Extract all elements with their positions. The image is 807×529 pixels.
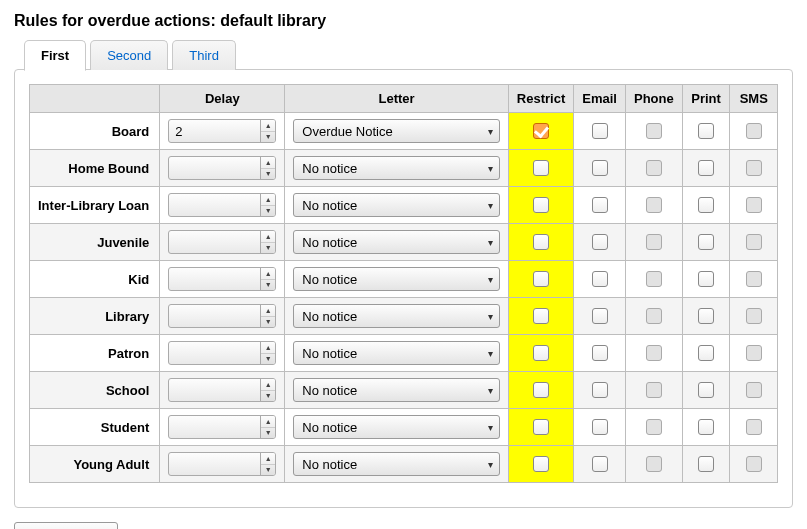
print-checkbox[interactable] [698,197,714,213]
delay-spinner[interactable]: ▲▼ [168,304,276,328]
delay-input[interactable] [169,268,260,290]
print-checkbox[interactable] [698,382,714,398]
letter-select[interactable]: Overdue Notice▾ [293,119,500,143]
letter-select[interactable]: No notice▾ [293,415,500,439]
restrict-checkbox[interactable] [533,308,549,324]
restrict-checkbox[interactable] [533,345,549,361]
spinner-down-icon[interactable]: ▼ [261,391,275,402]
spinner-down-icon[interactable]: ▼ [261,354,275,365]
delay-input[interactable] [169,120,260,142]
spinner-up-icon[interactable]: ▲ [261,379,275,391]
spinner-up-icon[interactable]: ▲ [261,453,275,465]
spinner-down-icon[interactable]: ▼ [261,132,275,143]
delay-input[interactable] [169,379,260,401]
delay-spinner[interactable]: ▲▼ [168,378,276,402]
delay-spinner[interactable]: ▲▼ [168,193,276,217]
print-checkbox[interactable] [698,419,714,435]
email-checkbox[interactable] [592,197,608,213]
delay-spinner[interactable]: ▲▼ [168,452,276,476]
delay-input[interactable] [169,194,260,216]
delay-spinner[interactable]: ▲▼ [168,415,276,439]
email-checkbox[interactable] [592,382,608,398]
spinner-up-icon[interactable]: ▲ [261,120,275,132]
save-button[interactable]: Save changes [14,522,118,529]
spinner-up-icon[interactable]: ▲ [261,416,275,428]
spinner-down-icon[interactable]: ▼ [261,428,275,439]
email-checkbox[interactable] [592,271,608,287]
restrict-checkbox[interactable] [533,123,549,139]
table-row: Juvenile▲▼No notice▾ [30,224,778,261]
restrict-checkbox[interactable] [533,382,549,398]
email-checkbox[interactable] [592,456,608,472]
letter-select[interactable]: No notice▾ [293,304,500,328]
phone-checkbox [646,197,662,213]
spinner-down-icon[interactable]: ▼ [261,465,275,476]
email-checkbox[interactable] [592,308,608,324]
letter-select[interactable]: No notice▾ [293,267,500,291]
restrict-checkbox[interactable] [533,160,549,176]
email-checkbox[interactable] [592,160,608,176]
delay-input[interactable] [169,157,260,179]
spinner-down-icon[interactable]: ▼ [261,206,275,217]
row-label: Juvenile [30,224,160,261]
delay-spinner[interactable]: ▲▼ [168,119,276,143]
letter-select-label: No notice [302,272,482,287]
spinner-up-icon[interactable]: ▲ [261,157,275,169]
delay-input[interactable] [169,416,260,438]
table-row: Inter-Library Loan▲▼No notice▾ [30,187,778,224]
col-letter: Letter [285,85,509,113]
tab-second[interactable]: Second [90,40,168,70]
print-checkbox[interactable] [698,234,714,250]
print-checkbox[interactable] [698,345,714,361]
tab-first[interactable]: First [24,40,86,71]
spinner-down-icon[interactable]: ▼ [261,243,275,254]
email-checkbox[interactable] [592,419,608,435]
delay-spinner[interactable]: ▲▼ [168,341,276,365]
print-checkbox[interactable] [698,308,714,324]
email-checkbox[interactable] [592,345,608,361]
sms-checkbox [746,234,762,250]
spinner-up-icon[interactable]: ▲ [261,342,275,354]
delay-input[interactable] [169,305,260,327]
print-checkbox[interactable] [698,123,714,139]
email-checkbox[interactable] [592,123,608,139]
letter-select[interactable]: No notice▾ [293,193,500,217]
letter-select[interactable]: No notice▾ [293,452,500,476]
spinner-up-icon[interactable]: ▲ [261,305,275,317]
row-label: Patron [30,335,160,372]
restrict-checkbox[interactable] [533,234,549,250]
col-delay: Delay [160,85,285,113]
restrict-checkbox[interactable] [533,456,549,472]
delay-input[interactable] [169,453,260,475]
letter-select[interactable]: No notice▾ [293,341,500,365]
print-checkbox[interactable] [698,456,714,472]
spinner-down-icon[interactable]: ▼ [261,280,275,291]
sms-checkbox [746,419,762,435]
delay-spinner[interactable]: ▲▼ [168,267,276,291]
letter-select[interactable]: No notice▾ [293,156,500,180]
chevron-down-icon: ▾ [488,459,493,470]
restrict-checkbox[interactable] [533,419,549,435]
restrict-checkbox[interactable] [533,271,549,287]
restrict-checkbox[interactable] [533,197,549,213]
print-checkbox[interactable] [698,160,714,176]
spinner-up-icon[interactable]: ▲ [261,231,275,243]
col-blank [30,85,160,113]
delay-spinner[interactable]: ▲▼ [168,156,276,180]
spinner-down-icon[interactable]: ▼ [261,169,275,180]
spinner-up-icon[interactable]: ▲ [261,194,275,206]
letter-select-label: No notice [302,457,482,472]
delay-input[interactable] [169,231,260,253]
letter-select[interactable]: No notice▾ [293,230,500,254]
table-row: Library▲▼No notice▾ [30,298,778,335]
spinner-up-icon[interactable]: ▲ [261,268,275,280]
delay-spinner[interactable]: ▲▼ [168,230,276,254]
tab-third[interactable]: Third [172,40,236,70]
letter-select-label: No notice [302,198,482,213]
print-checkbox[interactable] [698,271,714,287]
sms-checkbox [746,197,762,213]
email-checkbox[interactable] [592,234,608,250]
delay-input[interactable] [169,342,260,364]
letter-select[interactable]: No notice▾ [293,378,500,402]
spinner-down-icon[interactable]: ▼ [261,317,275,328]
